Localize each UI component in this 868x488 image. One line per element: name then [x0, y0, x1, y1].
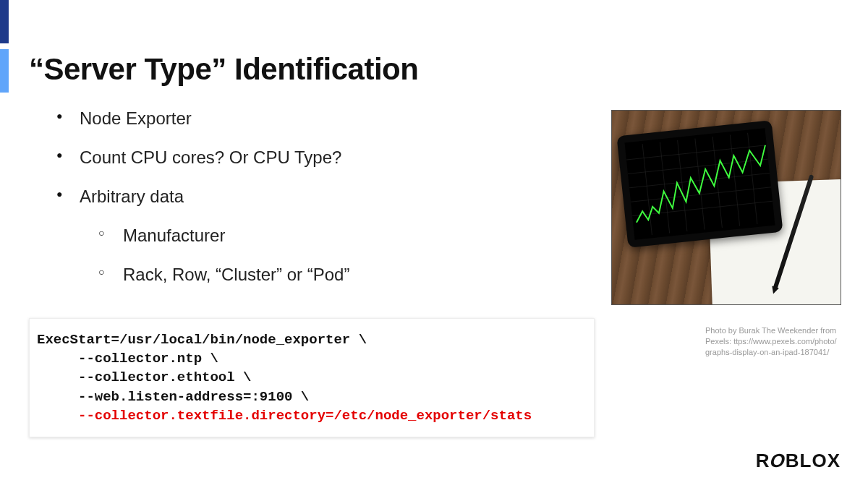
- sub-bullet-item: Manufacturer: [80, 226, 528, 246]
- sub-bullet-item: Rack, Row, “Cluster” or “Pod”: [80, 265, 528, 285]
- code-line: --collector.ethtool \: [37, 369, 251, 385]
- code-block: ExecStart=/usr/local/bin/node_exporter \…: [29, 318, 595, 437]
- photo-credit: Photo by Burak The Weekender from Pexels…: [705, 325, 850, 358]
- bullet-item: Arbitrary data Manufacturer Rack, Row, “…: [51, 187, 528, 285]
- credit-line: graphs-display-on-an-ipad-187041/: [705, 347, 850, 358]
- code-line: --collector.ntp \: [37, 351, 218, 367]
- decorative-photo: [611, 110, 841, 305]
- logo-part: BLOX: [786, 450, 841, 471]
- roblox-logo: ROBLOX: [756, 450, 841, 472]
- tablet-device: [616, 120, 783, 248]
- accent-bar-top: [0, 0, 9, 43]
- code-line: --web.listen-address=:9100 \: [37, 389, 309, 405]
- bullet-item: Node Exporter: [51, 108, 528, 129]
- bullet-item-label: Arbitrary data: [80, 187, 184, 206]
- code-line: ExecStart=/usr/local/bin/node_exporter \: [37, 332, 367, 348]
- bullet-content: Node Exporter Count CPU cores? Or CPU Ty…: [51, 108, 528, 304]
- code-line-highlighted: --collector.textfile.directory=/etc/node…: [37, 408, 532, 424]
- slide-title: “Server Type” Identification: [29, 52, 418, 87]
- credit-line: Photo by Burak The Weekender from: [705, 325, 850, 336]
- chart-icon: [624, 128, 775, 240]
- accent-bar-bottom: [0, 49, 9, 93]
- credit-line: Pexels: ttps://www.pexels.com/photo/: [705, 336, 850, 347]
- bullet-item: Count CPU cores? Or CPU Type?: [51, 147, 528, 168]
- tablet-screen: [624, 128, 775, 240]
